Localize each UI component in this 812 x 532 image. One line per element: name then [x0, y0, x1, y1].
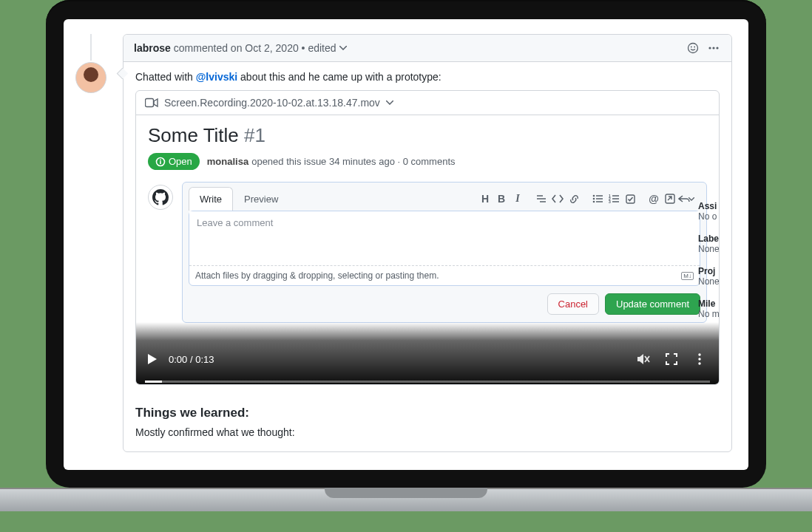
timeline-line [90, 34, 92, 61]
video-current-time: 0:00 [169, 354, 187, 365]
svg-rect-9 [160, 161, 161, 164]
svg-point-2 [694, 47, 695, 48]
comment-text-prefix: Chatted with [135, 71, 196, 83]
svg-rect-17 [666, 194, 674, 203]
kebab-icon[interactable] [706, 41, 721, 55]
comment-text-suffix: about this and he came up with a prototy… [237, 71, 441, 83]
tab-write[interactable]: Write [189, 187, 233, 211]
comment-action: commented [174, 42, 228, 54]
svg-point-4 [712, 47, 714, 49]
crossref-icon[interactable] [662, 191, 678, 206]
svg-text:3: 3 [609, 200, 611, 203]
mention-link[interactable]: @lvivski [196, 71, 237, 83]
issue-number: #1 [244, 124, 265, 146]
comment-body: Chatted with @lvivski about this and he … [124, 62, 731, 451]
comment-header: labrose commented on Oct 2, 2020 • edite… [124, 35, 731, 62]
markdown-icon[interactable]: M↓ [681, 272, 694, 280]
heading-icon[interactable]: H [477, 191, 493, 206]
svg-point-11 [593, 198, 595, 200]
bold-icon[interactable]: B [493, 191, 510, 206]
screen: labrose commented on Oct 2, 2020 • edite… [64, 19, 748, 470]
laptop-base [0, 488, 812, 511]
comment-textarea[interactable] [189, 211, 700, 263]
volume-muted-icon[interactable] [636, 352, 651, 366]
issue-meta-text: opened this issue 34 minutes ago · 0 com… [251, 156, 455, 167]
laptop-frame: labrose commented on Oct 2, 2020 • edite… [46, 0, 766, 488]
comment-date[interactable]: Oct 2, 2020 [245, 42, 298, 54]
video-duration: 0:13 [195, 354, 214, 365]
svg-rect-6 [146, 99, 154, 107]
reply-icon[interactable] [678, 191, 694, 206]
video-header[interactable]: Screen.Recording.2020-10-02.at.13.18.47.… [136, 91, 719, 115]
svg-point-10 [593, 195, 595, 197]
video-camera-icon [145, 98, 158, 108]
video-content: Some Title #1 Open monalisa opened this … [136, 115, 719, 384]
svg-point-20 [698, 362, 700, 364]
video-filename: Screen.Recording.2020-10-02.at.13.18.47.… [164, 97, 380, 109]
comment-edited-label[interactable]: edited [308, 42, 336, 54]
update-comment-button[interactable]: Update comment [605, 293, 700, 315]
quote-icon[interactable] [533, 191, 549, 206]
video-controls: 0:00 / 0:13 [136, 322, 719, 384]
code-icon[interactable] [549, 191, 566, 206]
comment-author-avatar[interactable] [75, 62, 106, 93]
issue-state-badge: Open [148, 153, 200, 170]
comment-editor: Write Preview H B I [182, 182, 707, 323]
link-icon[interactable] [566, 191, 582, 206]
fullscreen-icon[interactable] [664, 352, 679, 366]
video-attachment: Screen.Recording.2020-10-02.at.13.18.47.… [135, 90, 720, 385]
attach-hint[interactable]: Attach files by dragging & dropping, sel… [189, 265, 700, 285]
mention-icon[interactable]: @ [646, 191, 662, 206]
cancel-button[interactable]: Cancel [547, 293, 599, 315]
video-menu-icon[interactable] [692, 352, 707, 366]
svg-point-3 [708, 47, 711, 49]
svg-point-0 [688, 44, 698, 53]
editor-avatar[interactable] [148, 185, 173, 210]
issue-title: Some Title #1 [148, 124, 707, 147]
section-line: Mostly confirmed what we thought: [135, 426, 720, 438]
svg-point-19 [698, 358, 700, 360]
section-heading: Things we learned: [135, 406, 720, 420]
chevron-down-icon[interactable] [339, 46, 347, 50]
svg-point-18 [698, 353, 700, 355]
svg-point-1 [691, 47, 692, 48]
italic-icon[interactable]: I [510, 191, 526, 206]
chevron-down-icon[interactable] [386, 100, 393, 105]
svg-point-5 [716, 47, 718, 49]
play-icon[interactable] [148, 354, 157, 364]
sidebar-peek: Assi No o Labe None Proj None Mile No m [698, 189, 719, 319]
tab-preview[interactable]: Preview [233, 187, 289, 211]
bullet-list-icon[interactable] [589, 191, 606, 206]
tasklist-icon[interactable] [622, 191, 638, 206]
svg-point-12 [593, 201, 595, 203]
comment-card: labrose commented on Oct 2, 2020 • edite… [123, 34, 732, 452]
issue-author[interactable]: monalisa [207, 156, 248, 167]
video-progress-bar[interactable] [145, 381, 710, 383]
comment-author-link[interactable]: labrose [134, 42, 171, 54]
comment-date-prefix: on [231, 42, 243, 54]
svg-point-8 [160, 159, 161, 160]
number-list-icon[interactable]: 123 [606, 191, 622, 206]
emoji-icon[interactable] [686, 41, 700, 55]
